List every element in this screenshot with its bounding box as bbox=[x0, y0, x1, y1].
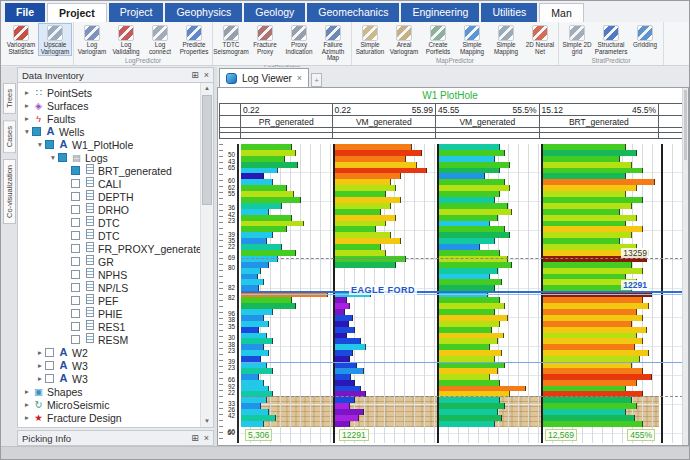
checkbox-unchecked[interactable] bbox=[45, 361, 54, 370]
upscale-variogram-button[interactable]: Upscale Variogram bbox=[38, 23, 72, 56]
proxy-indication-button[interactable]: Proxy Indication bbox=[282, 23, 316, 63]
tree-item-dtc[interactable]: DTC bbox=[20, 216, 199, 229]
chevron-down-icon[interactable]: ▾ bbox=[35, 140, 45, 149]
tree-item-dtc[interactable]: DTC bbox=[20, 229, 199, 242]
chevron-right-icon[interactable]: ▸ bbox=[22, 400, 32, 409]
side-tab-cases[interactable]: Cases bbox=[3, 120, 16, 153]
tree-item-w3[interactable]: ▸AW3 bbox=[20, 372, 199, 385]
checkbox-unchecked[interactable] bbox=[71, 231, 80, 240]
tree-item-np-ls[interactable]: NP/LS bbox=[20, 281, 199, 294]
checkbox-unchecked[interactable] bbox=[45, 374, 54, 383]
scroll-down-icon[interactable]: ▼ bbox=[201, 416, 213, 427]
checkbox-unchecked[interactable] bbox=[71, 309, 80, 318]
checkbox-unchecked[interactable] bbox=[71, 322, 80, 331]
close-icon[interactable]: × bbox=[204, 71, 209, 80]
tree-item-pef[interactable]: PEF bbox=[20, 294, 199, 307]
ribbon-tab-geomechanics[interactable]: Geomechanics bbox=[307, 3, 399, 22]
tree-item-faults[interactable]: ▸ϟFaults bbox=[20, 112, 199, 125]
simple-2d-grid-button[interactable]: Simple 2D grid bbox=[560, 23, 594, 56]
checkbox-unchecked[interactable] bbox=[71, 270, 80, 279]
ribbon-tab-geology[interactable]: Geology bbox=[244, 3, 305, 22]
chevron-right-icon[interactable]: ▸ bbox=[35, 361, 45, 370]
tree-item-cali[interactable]: CALI bbox=[20, 177, 199, 190]
areal-variogram-button[interactable]: Areal Variogram bbox=[387, 23, 421, 56]
tree-item-drho[interactable]: DRHO bbox=[20, 203, 199, 216]
ribbon-tab-geophysics[interactable]: Geophysics bbox=[165, 3, 242, 22]
scroll-up-icon[interactable]: ▲ bbox=[201, 83, 213, 94]
chevron-right-icon[interactable]: ▸ bbox=[35, 348, 45, 357]
side-tab-trees[interactable]: Trees bbox=[3, 83, 16, 114]
structural-parameters-button[interactable]: Structural Parameters bbox=[594, 23, 628, 56]
checkbox-unchecked[interactable] bbox=[71, 335, 80, 344]
tree-item-w3[interactable]: ▸AW3 bbox=[20, 359, 199, 372]
ribbon-tab-man[interactable]: Man bbox=[539, 3, 583, 22]
ribbon-tab-project[interactable]: Project bbox=[47, 3, 107, 22]
tree-item-gr[interactable]: GR bbox=[20, 255, 199, 268]
tab-close-icon[interactable]: × bbox=[297, 73, 302, 83]
ribbon-tab-utilities[interactable]: Utilities bbox=[481, 3, 537, 22]
tree-item-resm[interactable]: RESM bbox=[20, 333, 199, 346]
log-plot-area[interactable]: 5043656062553642233935226980828296383530… bbox=[219, 144, 683, 443]
chevron-right-icon[interactable]: ▸ bbox=[22, 387, 32, 396]
tree-item-surfaces[interactable]: ▸◈Surfaces bbox=[20, 99, 199, 112]
checkbox-checked[interactable] bbox=[71, 166, 80, 175]
checkbox-checked[interactable] bbox=[32, 127, 41, 136]
failure-azimuth-map-button[interactable]: Failure Azimuth Map bbox=[316, 23, 350, 63]
simple-mapping-button[interactable]: Simple Mapping bbox=[455, 23, 489, 56]
tab-log-viewer[interactable]: Log Viewer × bbox=[219, 68, 309, 87]
checkbox-unchecked[interactable] bbox=[71, 283, 80, 292]
checkbox-unchecked[interactable] bbox=[71, 257, 80, 266]
pin-icon[interactable]: ⊞ bbox=[191, 434, 199, 443]
ribbon-tab-file[interactable]: File bbox=[5, 3, 45, 22]
checkbox-unchecked[interactable] bbox=[71, 218, 80, 227]
viewer-scrollbar-thumb[interactable] bbox=[684, 90, 687, 160]
fracture-proxy-button[interactable]: Fracture Proxy bbox=[248, 23, 282, 63]
chevron-down-icon[interactable]: ▾ bbox=[22, 127, 32, 136]
checkbox-unchecked[interactable] bbox=[71, 296, 80, 305]
variogram-statistics-button[interactable]: Variogram Statistics bbox=[4, 23, 38, 56]
pin-icon[interactable]: ⊞ bbox=[191, 71, 199, 80]
log-validating-button[interactable]: Log Validating bbox=[109, 23, 143, 56]
ribbon-tab-engineering[interactable]: Engineering bbox=[401, 3, 479, 22]
log-variogram-button[interactable]: Log Variogram bbox=[75, 23, 109, 56]
tree-item-visual[interactable]: ▸▣Visual bbox=[20, 424, 199, 428]
chevron-right-icon[interactable]: ▸ bbox=[22, 88, 32, 97]
viewer-scrollbar[interactable] bbox=[682, 88, 688, 445]
tree-item-wells[interactable]: ▾AWells bbox=[20, 125, 199, 138]
simple-saturation-button[interactable]: Simple Saturation bbox=[353, 23, 387, 56]
checkbox-unchecked[interactable] bbox=[71, 179, 80, 188]
checkbox-unchecked[interactable] bbox=[71, 205, 80, 214]
tree-item-shapes[interactable]: ▸▣Shapes bbox=[20, 385, 199, 398]
2d-neural-net-button[interactable]: 2D Neural Net bbox=[523, 23, 557, 56]
predicte-properties-button[interactable]: Predicte Properties bbox=[177, 23, 211, 56]
chevron-right-icon[interactable]: ▸ bbox=[35, 374, 45, 383]
tree-item-fracture-design[interactable]: ▸★Fracture Design bbox=[20, 411, 199, 424]
close-icon[interactable]: × bbox=[204, 434, 209, 443]
tree-item-pointsets[interactable]: ▸∷PointSets bbox=[20, 86, 199, 99]
checkbox-unchecked[interactable] bbox=[71, 192, 80, 201]
tree-item-logs[interactable]: ▾▤Logs bbox=[20, 151, 199, 164]
tree-item-brt-generated[interactable]: BRT_generated bbox=[20, 164, 199, 177]
checkbox-checked[interactable] bbox=[58, 153, 67, 162]
tree-item-microseismic[interactable]: ▸↻MicroSeismic bbox=[20, 398, 199, 411]
create-porfields-button[interactable]: Create Porfields bbox=[421, 23, 455, 56]
chevron-down-icon[interactable]: ▾ bbox=[48, 153, 58, 162]
tree-item-res1[interactable]: RES1 bbox=[20, 320, 199, 333]
tree-item-depth[interactable]: DEPTH bbox=[20, 190, 199, 203]
chevron-right-icon[interactable]: ▸ bbox=[22, 114, 32, 123]
tdtc-seismogram-button[interactable]: TDTC Seismogram bbox=[214, 23, 248, 63]
tree-item-w2[interactable]: ▸AW2 bbox=[20, 346, 199, 359]
scrollbar-thumb[interactable] bbox=[202, 95, 212, 205]
checkbox-unchecked[interactable] bbox=[71, 244, 80, 253]
checkbox-unchecked[interactable] bbox=[45, 348, 54, 357]
gridding-button[interactable]: Gridding bbox=[628, 23, 662, 56]
chevron-right-icon[interactable]: ▸ bbox=[22, 101, 32, 110]
tree-item-phie[interactable]: PHIE bbox=[20, 307, 199, 320]
simple-mapping-button[interactable]: Simple Mapping bbox=[489, 23, 523, 56]
chevron-right-icon[interactable]: ▸ bbox=[22, 413, 32, 422]
checkbox-checked[interactable] bbox=[45, 140, 54, 149]
tree-item-w1-plothole[interactable]: ▾AW1_PlotHole bbox=[20, 138, 199, 151]
tree-item-fr-proxy-generated[interactable]: FR_PROXY_generated bbox=[20, 242, 199, 255]
tree-item-nphs[interactable]: NPHS bbox=[20, 268, 199, 281]
chevron-right-icon[interactable]: ▸ bbox=[22, 426, 32, 428]
